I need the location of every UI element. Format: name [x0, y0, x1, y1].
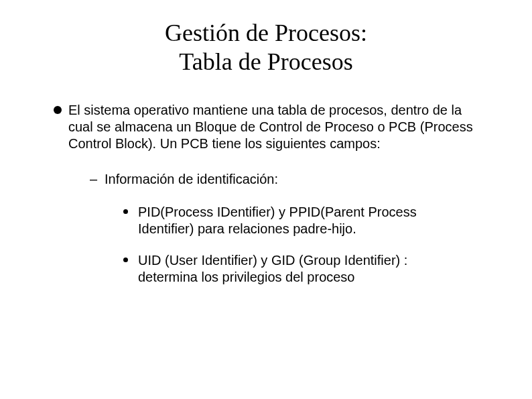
bullet-level-2: – Información de identificación:: [90, 171, 476, 188]
sub2-text-1: UID (User Identifier) y GID (Group Ident…: [138, 253, 407, 284]
bullet-level-3: UID (User Identifier) y GID (Group Ident…: [123, 252, 460, 286]
bullet-level-3: PID(Process IDentifier) y PPID(Parent Pr…: [123, 204, 460, 237]
sub2-text-0: PID(Process IDentifier) y PPID(Parent Pr…: [138, 205, 417, 236]
slide-body: El sistema operativo mantiene una tabla …: [54, 102, 476, 300]
title-line-1: Gestión de Procesos:: [165, 19, 367, 46]
dash-bullet-icon: –: [90, 171, 97, 188]
dot-bullet-icon: [123, 258, 128, 262]
slide-title: Gestión de Procesos: Tabla de Procesos: [0, 19, 532, 76]
dot-bullet-icon: [123, 209, 128, 214]
slide: Gestión de Procesos: Tabla de Procesos E…: [0, 0, 532, 399]
disc-bullet-icon: [54, 106, 62, 114]
title-line-2: Tabla de Procesos: [179, 48, 352, 75]
sub1-text: Información de identificación:: [105, 172, 278, 186]
bullet-level-1: El sistema operativo mantiene una tabla …: [54, 102, 476, 152]
main-point-text: El sistema operativo mantiene una tabla …: [68, 103, 473, 151]
bullet-level-3-group: PID(Process IDentifier) y PPID(Parent Pr…: [123, 204, 476, 286]
